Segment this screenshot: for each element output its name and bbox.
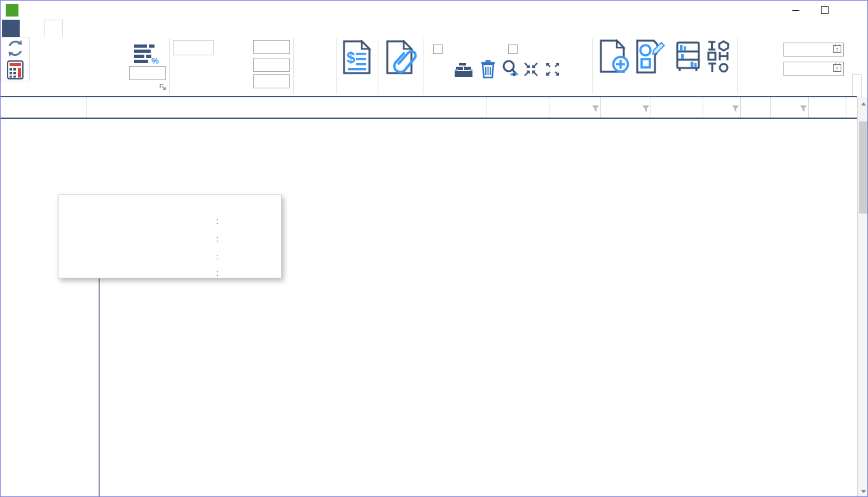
quote-price-input[interactable] [253,40,290,54]
app-window: % $ [0,0,868,497]
calendar-icon[interactable]: 7 [833,63,843,74]
calendar-icon[interactable]: 7 [833,44,843,55]
margin-rate-input[interactable] [129,66,166,80]
svg-text:7: 7 [836,47,839,53]
profiles-icon[interactable] [705,39,731,73]
svg-text:$: $ [347,49,355,66]
delete-icon[interactable] [480,60,496,79]
edit-part-icon[interactable] [635,39,665,74]
order-before-field[interactable]: 7 [783,43,844,57]
close-button[interactable] [839,1,867,20]
tooltip-surface-label [160,252,216,264]
filter-icon[interactable] [732,104,739,114]
ribbon: % $ [1,37,867,96]
sales-price-input[interactable] [253,74,290,88]
calculate-buttons [1,37,30,81]
reports-icon[interactable]: $ [342,39,371,76]
tooltip-surface-value [221,252,277,264]
scrollbar-thumb[interactable] [859,121,867,214]
tooltip-weight-label [160,268,216,281]
tooltip-y-label [160,234,216,247]
table-header [1,96,857,119]
col-expand [846,97,857,118]
tab-material-use[interactable] [95,20,113,37]
tooltip-x-label [160,216,216,229]
vertical-scrollbar[interactable] [857,97,868,497]
filter-icon[interactable] [592,104,599,114]
tooltip-x-value [221,216,277,229]
calculator-icon[interactable] [7,60,24,82]
customer-dialog-launcher-icon[interactable] [160,81,166,93]
attachments-icon[interactable] [385,39,418,76]
total-cost-value [173,40,214,55]
filter-icon[interactable] [642,104,649,114]
tooltip-weight-value [221,268,277,281]
collapse-all-icon[interactable] [523,61,539,78]
radquote-app-icon [6,4,18,17]
tab-radquote[interactable] [2,20,20,37]
tooltip-y-value [221,234,277,247]
recalculate-icon[interactable] [6,39,25,60]
calculation-by-line-option[interactable] [433,44,446,55]
prices-per-quantities-option[interactable] [508,44,521,55]
svg-text:7: 7 [836,66,839,72]
add-part-icon[interactable] [599,39,630,74]
minimize-button[interactable] [782,1,810,20]
cabinet-preview-image [61,203,156,274]
part-info-tooltip: : : : : [58,194,282,278]
calculation-by-line-checkbox[interactable] [433,44,443,54]
materials-icon[interactable] [453,61,474,78]
scroll-down-arrow[interactable] [858,486,868,496]
quote-tree-table [1,119,857,497]
delivery-date-field[interactable]: 7 [783,62,844,76]
margin-rate-icon: % [134,42,161,67]
expand-all-icon[interactable] [544,61,561,78]
stock-shelf-icon[interactable] [675,41,701,72]
col-blank [486,97,549,118]
preview-search-icon[interactable] [500,58,520,78]
prices-per-quantities-checkbox[interactable] [508,44,518,54]
title-bar [1,1,867,20]
maximize-button[interactable] [810,1,839,20]
discount-input[interactable] [253,58,290,72]
filter-icon[interactable] [800,104,807,114]
svg-text:%: % [151,56,159,65]
ribbon-tab-bar [1,20,867,37]
tab-edit-quote[interactable] [44,20,63,37]
scroll-up-arrow[interactable] [858,99,868,109]
